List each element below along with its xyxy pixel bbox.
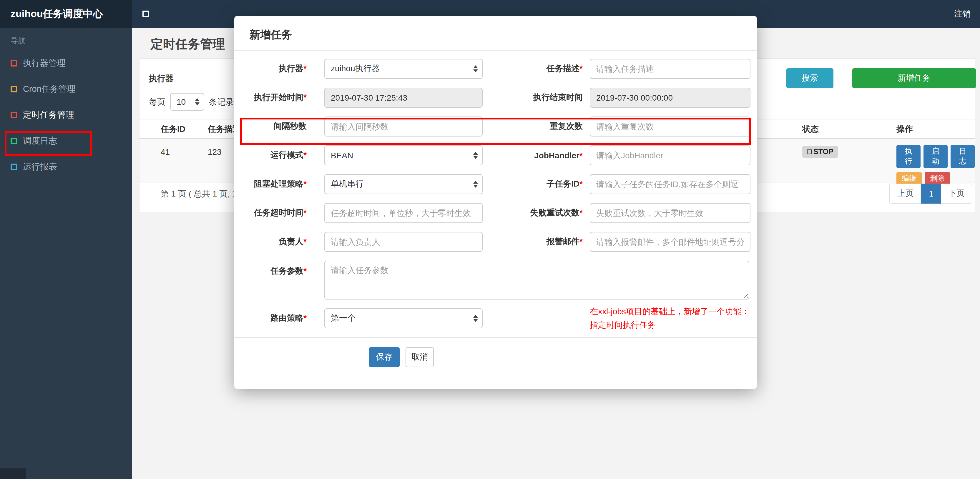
menu-square-icon bbox=[11, 111, 17, 118]
start-button[interactable]: 启动 bbox=[923, 145, 948, 168]
pagination: 上页 1 下页 bbox=[889, 184, 972, 204]
required-mark: * bbox=[579, 208, 583, 217]
run-button[interactable]: 执行 bbox=[896, 145, 921, 168]
feature-note-line2: 指定时间执行任务 bbox=[590, 318, 757, 332]
retry-count-input[interactable] bbox=[590, 203, 751, 223]
repeat-count-input[interactable] bbox=[590, 116, 751, 137]
required-mark: * bbox=[304, 208, 307, 217]
field-label: 报警邮件* bbox=[483, 237, 583, 247]
field-label: 执行器* bbox=[234, 64, 307, 74]
end-time-input[interactable] bbox=[590, 88, 751, 108]
field-label: 间隔秒数 bbox=[234, 121, 307, 132]
sidebar-item-cron-task[interactable]: Cron任务管理 bbox=[0, 76, 132, 102]
form-row: 间隔秒数 重复次数 bbox=[234, 116, 757, 137]
field-label: 重复次数 bbox=[483, 121, 583, 132]
sidebar-item-label: 执行器管理 bbox=[23, 57, 66, 68]
sidebar-nav-label: 导航 bbox=[0, 28, 132, 50]
sidebar-collapse-icon[interactable] bbox=[142, 11, 149, 17]
select-arrows-icon bbox=[195, 98, 199, 105]
block-strategy-select[interactable]: 单机串行 bbox=[324, 174, 483, 194]
field-label: 执行结束时间 bbox=[483, 92, 583, 103]
page-title: 定时任务管理 bbox=[151, 36, 225, 53]
alarm-email-input[interactable] bbox=[590, 232, 751, 252]
required-mark: * bbox=[304, 313, 307, 323]
run-mode-select[interactable]: BEAN bbox=[324, 145, 483, 166]
field-label: 运行模式* bbox=[234, 150, 307, 161]
sidebar-item-executor-manage[interactable]: 执行器管理 bbox=[0, 50, 132, 76]
required-mark: * bbox=[304, 150, 307, 159]
modal-divider bbox=[234, 337, 757, 338]
save-button[interactable]: 保存 bbox=[369, 347, 400, 367]
required-mark: * bbox=[304, 179, 307, 188]
modal-form: 执行器* zuihou执行器 任务描述* 执行开始时间* 执行结束时间 bbox=[234, 51, 757, 367]
per-page-value: 10 bbox=[177, 97, 186, 107]
menu-square-icon bbox=[11, 163, 17, 170]
add-task-modal: 新增任务 执行器* zuihou执行器 任务描述* 执行开始时间* 执 bbox=[234, 16, 757, 389]
route-strategy-select[interactable]: 第一个 bbox=[324, 308, 483, 328]
feature-note: 在xxl-jobs项目的基础上，新增了一个功能： 指定时间执行任务 bbox=[590, 305, 757, 332]
search-button[interactable]: 搜索 bbox=[786, 68, 834, 88]
sidebar: 导航 执行器管理 Cron任务管理 定时任务管理 调度日志 运行报表 bbox=[0, 28, 132, 479]
sidebar-item-label: Cron任务管理 bbox=[23, 83, 76, 94]
add-task-button[interactable]: 新增任务 bbox=[852, 68, 976, 88]
field-label: JobHandler* bbox=[483, 151, 583, 160]
cell-actions: 执行 启动 日志 编辑 删除 bbox=[896, 139, 975, 185]
log-button[interactable]: 日志 bbox=[951, 145, 975, 168]
job-desc-input[interactable] bbox=[590, 59, 751, 79]
required-mark: * bbox=[304, 64, 307, 73]
pagination-summary: 第 1 页 ( 总共 1 页, 1 bbox=[161, 184, 237, 204]
prev-page-button[interactable]: 上页 bbox=[889, 184, 921, 204]
child-job-id-input[interactable] bbox=[590, 174, 751, 194]
field-label: 任务参数* bbox=[234, 261, 307, 281]
timeout-input[interactable] bbox=[324, 203, 483, 223]
start-time-input[interactable] bbox=[324, 88, 483, 108]
cell-task-id: 41 bbox=[161, 139, 208, 156]
modal-footer: 保存 取消 bbox=[369, 347, 757, 367]
select-value: BEAN bbox=[331, 151, 353, 160]
form-row: 执行器* zuihou执行器 任务描述* bbox=[234, 59, 757, 79]
select-arrows-icon bbox=[473, 181, 478, 188]
field-label: 负责人* bbox=[234, 237, 307, 247]
sidebar-item-run-report[interactable]: 运行报表 bbox=[0, 154, 132, 180]
form-row: 阻塞处理策略* 单机串行 子任务ID* bbox=[234, 174, 757, 194]
cancel-button[interactable]: 取消 bbox=[406, 347, 434, 367]
col-header-status: 状态 bbox=[802, 119, 896, 139]
form-row: 任务超时时间* 失败重试次数* bbox=[234, 203, 757, 223]
sidebar-item-timed-task[interactable]: 定时任务管理 bbox=[0, 102, 132, 128]
select-arrows-icon bbox=[473, 65, 478, 72]
form-row: 负责人* 报警邮件* bbox=[234, 232, 757, 252]
field-label: 任务描述* bbox=[483, 64, 583, 74]
logout-link[interactable]: 注销 bbox=[954, 0, 970, 28]
next-page-button[interactable]: 下页 bbox=[941, 184, 972, 204]
select-value: 第一个 bbox=[331, 313, 355, 324]
jobhandler-input[interactable] bbox=[590, 145, 751, 166]
sidebar-footer bbox=[0, 468, 26, 479]
menu-square-icon bbox=[11, 137, 17, 144]
sidebar-item-label: 定时任务管理 bbox=[23, 109, 74, 120]
field-label: 路由策略* bbox=[234, 313, 307, 324]
per-page-prefix: 每页 bbox=[149, 93, 165, 111]
brand-title: zuihou任务调度中心 bbox=[0, 0, 132, 28]
select-value: zuihou执行器 bbox=[331, 64, 380, 74]
required-mark: * bbox=[304, 237, 307, 246]
page-number-button[interactable]: 1 bbox=[921, 184, 941, 204]
col-header-task-id: 任务ID bbox=[161, 119, 208, 139]
required-mark: * bbox=[579, 179, 583, 188]
per-page-control: 每页 10 条记录 bbox=[149, 93, 234, 111]
per-page-select[interactable]: 10 bbox=[170, 93, 204, 111]
select-arrows-icon bbox=[473, 315, 478, 322]
select-value: 单机串行 bbox=[331, 179, 364, 189]
field-label: 任务超时时间* bbox=[234, 208, 307, 218]
form-row: 运行模式* BEAN JobHandler* bbox=[234, 145, 757, 166]
menu-square-icon bbox=[11, 86, 17, 92]
owner-input[interactable] bbox=[324, 232, 483, 252]
interval-seconds-input[interactable] bbox=[324, 116, 483, 137]
field-label: 子任务ID* bbox=[483, 179, 583, 189]
sidebar-item-label: 运行报表 bbox=[23, 161, 57, 172]
sidebar-item-dispatch-log[interactable]: 调度日志 bbox=[0, 128, 132, 154]
status-badge: STOP bbox=[802, 146, 838, 158]
required-mark: * bbox=[579, 151, 583, 160]
executor-select[interactable]: zuihou执行器 bbox=[324, 59, 483, 79]
required-mark: * bbox=[579, 237, 583, 246]
job-param-textarea[interactable] bbox=[324, 261, 749, 299]
